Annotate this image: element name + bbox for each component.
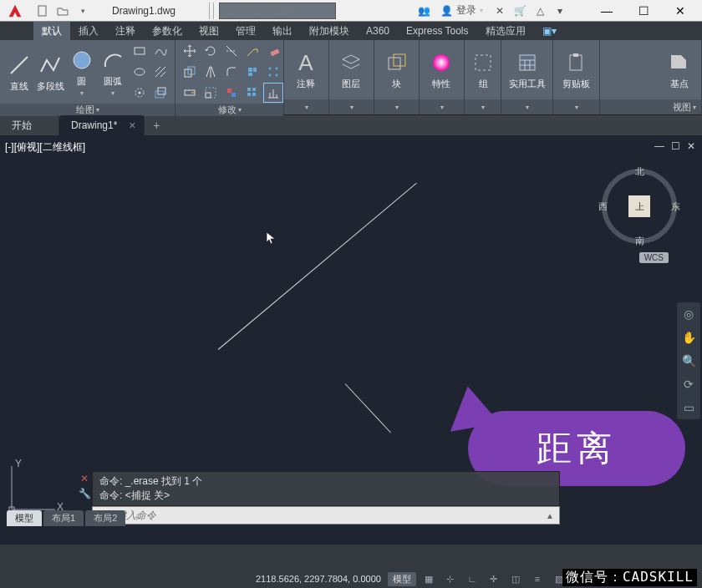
viewcube-west[interactable]: 西 (598, 200, 608, 213)
basepoint-button[interactable]: 基点 (663, 49, 696, 90)
ribbon-tab-express[interactable]: Express Tools (398, 22, 476, 40)
vp-minimize-icon[interactable]: — (654, 140, 664, 152)
hatch-icon[interactable] (151, 63, 170, 81)
properties-button[interactable]: 特性 (425, 49, 458, 90)
stretch-icon[interactable] (181, 84, 199, 102)
exchange-icon[interactable]: ✕ (491, 3, 508, 19)
fillet-icon[interactable] (222, 63, 241, 81)
rotate-icon[interactable] (201, 42, 220, 60)
status-polar-icon[interactable]: ✛ (485, 571, 503, 586)
trim-icon[interactable] (222, 42, 241, 60)
copy-icon[interactable] (181, 63, 199, 81)
qat-dropdown-icon[interactable]: ▾ (74, 3, 92, 19)
command-input[interactable] (116, 509, 546, 521)
ribbon-tab-parametric[interactable]: 参数化 (144, 22, 191, 40)
vp-maximize-icon[interactable]: ☐ (671, 140, 680, 152)
ellipse-icon[interactable] (130, 63, 149, 81)
ribbon-tab-addins[interactable]: 附加模块 (301, 22, 358, 40)
polyline-button[interactable]: 多段线 (37, 52, 65, 93)
help-dropdown-icon[interactable]: ▾ (552, 3, 568, 19)
open-icon[interactable] (53, 3, 72, 19)
ucs-icon[interactable]: X Y (5, 458, 64, 516)
new-icon[interactable] (33, 3, 52, 19)
close-tab-icon[interactable]: × (129, 119, 135, 132)
close-button[interactable]: ✕ (662, 0, 699, 22)
cmd-settings-icon[interactable]: 🔧 (79, 488, 91, 499)
viewcube-north[interactable]: 北 (635, 165, 644, 178)
sign-in-button[interactable]: 👤登录▾ (435, 3, 488, 18)
point-icon[interactable] (130, 84, 149, 102)
clipboard-button[interactable]: 剪贴板 (558, 49, 594, 90)
line-button[interactable]: 直线 (5, 52, 33, 93)
help-search-input[interactable] (223, 6, 332, 16)
status-model-button[interactable]: 模型 (388, 572, 416, 586)
status-lineweight-icon[interactable]: ≡ (528, 571, 547, 586)
rectangle-icon[interactable] (130, 42, 149, 60)
scale-icon[interactable] (201, 84, 220, 102)
panel-draw-title[interactable]: 绘图▾ (0, 104, 175, 116)
explode-icon[interactable] (243, 63, 262, 81)
ribbon-tab-output[interactable]: 输出 (264, 22, 301, 40)
layers-button[interactable]: 图层 (334, 49, 368, 90)
infocenter-icon[interactable]: 👥 (415, 3, 432, 19)
panel-modify-title[interactable]: 修改▾ (176, 104, 283, 116)
extend-icon[interactable] (243, 42, 262, 60)
help-search[interactable] (219, 3, 336, 19)
circle-button[interactable]: 圆▾ (68, 47, 96, 97)
drawn-line-1[interactable] (218, 183, 417, 350)
command-input-bar[interactable]: ▣▾ ▲ (92, 506, 560, 525)
layout-tab-2[interactable]: 布局2 (85, 510, 125, 526)
nav-showmotion-icon[interactable]: ▭ (680, 399, 697, 416)
viewcube-east[interactable]: 东 (671, 200, 680, 213)
arrayrect-icon[interactable] (243, 84, 262, 102)
viewport-label[interactable]: [-][俯视][二维线框] (5, 140, 85, 155)
layout-tab-1[interactable]: 布局1 (43, 510, 84, 526)
file-tab-drawing[interactable]: Drawing1*× (59, 115, 145, 135)
wcs-badge[interactable]: WCS (639, 252, 669, 263)
app-store-icon[interactable]: △ (532, 3, 548, 19)
status-ortho-icon[interactable]: ∟ (463, 571, 481, 586)
arc-button[interactable]: 圆弧▾ (99, 47, 128, 97)
ribbon-tab-more[interactable]: ▣▾ (534, 22, 565, 40)
mirror-icon[interactable] (201, 63, 220, 81)
erase-icon[interactable] (264, 42, 282, 60)
ribbon-tab-view[interactable]: 视图 (191, 22, 227, 40)
offset-icon[interactable] (222, 84, 241, 102)
ribbon-tab-annotate[interactable]: 注释 (107, 22, 144, 40)
region-icon[interactable] (151, 84, 170, 102)
spline-icon[interactable] (151, 42, 170, 60)
ribbon-tab-default[interactable]: 默认 (33, 22, 70, 40)
array-icon[interactable] (264, 63, 282, 81)
maximize-button[interactable]: ☐ (625, 0, 662, 22)
layout-add-button[interactable]: + (127, 510, 146, 526)
app-menu-icon[interactable] (0, 0, 30, 22)
ribbon-tab-a360[interactable]: A360 (358, 22, 398, 40)
vp-close-icon[interactable]: ✕ (687, 140, 695, 152)
file-tab-start[interactable]: 开始 (0, 115, 59, 135)
ribbon-tab-featured[interactable]: 精选应用 (477, 22, 534, 40)
ribbon-tab-insert[interactable]: 插入 (70, 22, 107, 40)
minimize-button[interactable]: — (588, 0, 625, 22)
cart-icon[interactable]: 🛒 (511, 3, 528, 19)
nav-wheel-icon[interactable]: ◎ (680, 306, 697, 322)
view-cube[interactable]: 上 北 南 东 西 (602, 169, 677, 244)
coordinates-readout[interactable]: 2118.5626, 2297.7804, 0.0000 (256, 574, 381, 584)
nav-orbit-icon[interactable]: ⟳ (680, 376, 697, 393)
nav-pan-icon[interactable]: ✋ (680, 329, 697, 346)
block-button[interactable]: 块 (379, 49, 413, 90)
ribbon-tab-manage[interactable]: 管理 (227, 22, 264, 40)
status-snap-icon[interactable]: ⊹ (441, 571, 460, 586)
group-button[interactable]: 组 (470, 49, 496, 90)
viewcube-south[interactable]: 南 (635, 235, 644, 247)
drawing-canvas[interactable]: [-][俯视][二维线框] — ☐ ✕ 上 北 南 东 西 WCS ◎ ✋ 🔍 … (0, 135, 702, 545)
move-icon[interactable] (181, 42, 199, 60)
drawn-line-2[interactable] (345, 383, 391, 433)
annotate-button[interactable]: A注释 (289, 49, 323, 90)
cmd-close-icon[interactable]: ✕ (80, 473, 89, 484)
status-osnap-icon[interactable]: ◫ (506, 571, 525, 586)
viewcube-top-face[interactable]: 上 (628, 195, 650, 217)
align-icon[interactable] (264, 84, 282, 102)
nav-zoom-icon[interactable]: 🔍 (680, 352, 697, 369)
status-grid-icon[interactable]: ▦ (420, 571, 438, 586)
cmd-expand-icon[interactable]: ▲ (546, 511, 554, 520)
